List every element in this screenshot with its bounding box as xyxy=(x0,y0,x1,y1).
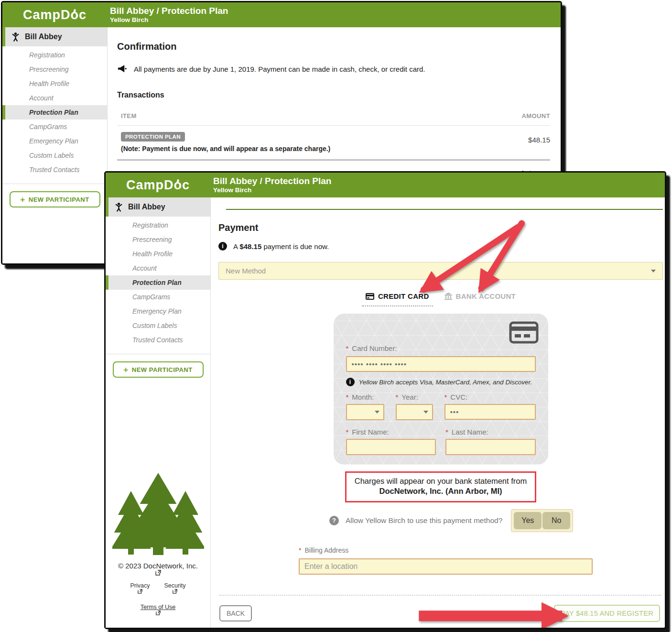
column-amount: AMOUNT xyxy=(522,112,550,120)
first-name-label: *First Name: xyxy=(346,428,436,436)
participant-header[interactable]: Bill Abbey xyxy=(106,197,210,217)
active-tab-underline xyxy=(362,305,433,306)
last-name-input[interactable] xyxy=(445,439,536,455)
last-name-label: *Last Name: xyxy=(445,428,536,436)
payment-method-tabs: CREDIT CARD BANK ACCOUNT xyxy=(218,292,663,300)
sidebar-item-health-profile[interactable]: Health Profile xyxy=(106,247,210,261)
sidebar-item-health-profile[interactable]: Health Profile xyxy=(2,76,107,91)
participant-name: Bill Abbey xyxy=(128,203,165,211)
copyright-link[interactable]: © 2023 DocNetwork, Inc. xyxy=(106,562,210,576)
sidebar: Bill Abbey Registration Prescreening Hea… xyxy=(106,197,211,628)
yes-button[interactable]: Yes xyxy=(514,512,542,529)
card-number-label: *Card Number: xyxy=(346,344,536,352)
cvc-label: *CVC: xyxy=(444,393,536,401)
info-icon: i xyxy=(346,378,355,386)
row-amount: $48.15 xyxy=(528,132,550,153)
accepted-cards-note: i Yellow Birch accepts Visa, MasterCard,… xyxy=(346,378,536,386)
sidebar: Bill Abbey Registration Prescreening Hea… xyxy=(2,27,108,263)
payment-heading: Payment xyxy=(218,222,663,233)
payment-method-select[interactable]: New Method xyxy=(218,262,663,280)
credit-card-icon xyxy=(366,293,374,300)
sidebar-item-registration[interactable]: Registration xyxy=(2,48,107,62)
chevron-down-icon xyxy=(651,270,656,272)
participant-name: Bill Abbey xyxy=(25,33,62,41)
sidebar-item-emergency-plan[interactable]: Emergency Plan xyxy=(106,304,210,318)
terms-of-use-link[interactable]: Terms of Use xyxy=(106,604,210,615)
page-subtitle: Yellow Birch xyxy=(110,16,228,24)
column-item: ITEM xyxy=(121,112,137,120)
card-number-input[interactable] xyxy=(346,356,536,372)
transactions-heading: Transactions xyxy=(117,91,550,99)
year-label: *Year: xyxy=(396,393,433,401)
page-subtitle: Yellow Birch xyxy=(213,186,331,194)
plus-icon: + xyxy=(20,196,25,204)
confirmation-heading: Confirmation xyxy=(117,41,550,52)
payment-method-value: New Method xyxy=(226,267,651,275)
allow-question: Allow Yellow Birch to use this payment m… xyxy=(346,516,502,525)
participant-header[interactable]: Bill Abbey xyxy=(2,27,107,46)
external-link-icon xyxy=(155,570,161,576)
credit-card-form-panel: *Card Number: i Yellow Birch accepts Vis… xyxy=(334,314,548,465)
campdoc-logo: CampDoc xyxy=(106,178,210,193)
megaphone-icon xyxy=(117,65,127,74)
external-link-icon xyxy=(138,589,142,594)
payment-due-notice: i A $48.15 payment is due now. xyxy=(218,242,663,251)
sidebar-item-custom-labels[interactable]: Custom Labels xyxy=(106,318,210,333)
sidebar-item-emergency-plan[interactable]: Emergency Plan xyxy=(2,134,107,148)
footer-divider xyxy=(219,595,661,596)
trees-logo xyxy=(112,473,204,555)
tab-bank-account[interactable]: BANK ACCOUNT xyxy=(444,292,516,300)
external-link-icon xyxy=(156,610,161,615)
row-note: (Note: Payment is due now, and will appe… xyxy=(121,145,330,153)
due-amount: $48.15 xyxy=(239,242,261,251)
sidebar-item-campgrams[interactable]: CampGrams xyxy=(106,290,210,304)
app-header: CampDoc Bill Abbey / Protection Plan Yel… xyxy=(2,2,561,27)
page-title: Bill Abbey / Protection Plan xyxy=(110,6,228,17)
green-divider xyxy=(226,209,663,210)
first-name-input[interactable] xyxy=(346,439,436,455)
chevron-down-icon xyxy=(423,411,428,414)
protection-plan-badge: PROTECTION PLAN xyxy=(121,132,185,142)
month-select[interactable] xyxy=(346,404,384,420)
campdoc-logo: CampDoc xyxy=(2,8,107,22)
security-link[interactable]: Security xyxy=(164,582,185,600)
sidebar-item-trusted-contacts[interactable]: Trusted Contacts xyxy=(106,333,210,347)
year-select[interactable] xyxy=(396,404,433,420)
sidebar-item-custom-labels[interactable]: Custom Labels xyxy=(2,148,107,163)
sidebar-divider xyxy=(2,184,107,184)
page-title: Bill Abbey / Protection Plan xyxy=(213,176,331,187)
sidebar-item-campgrams[interactable]: CampGrams xyxy=(2,120,107,134)
credit-card-icon xyxy=(509,321,539,344)
sidebar-footer: © 2023 DocNetwork, Inc. Privacy Security… xyxy=(106,473,210,628)
cvc-input[interactable] xyxy=(444,404,536,420)
sidebar-item-trusted-contacts[interactable]: Trusted Contacts xyxy=(2,163,107,177)
new-participant-button[interactable]: + NEW PARTICIPANT xyxy=(113,361,204,378)
no-button[interactable]: No xyxy=(542,512,570,529)
sidebar-item-prescreening[interactable]: Prescreening xyxy=(2,62,107,76)
payment-content: Payment i A $48.15 payment is due now. N… xyxy=(211,197,665,628)
bank-statement-notice: Charges will appear on your bank stateme… xyxy=(345,471,536,502)
app-header: CampDoc Bill Abbey / Protection Plan Yel… xyxy=(106,173,665,197)
payment-window: CampDoc Bill Abbey / Protection Plan Yel… xyxy=(104,171,666,629)
sidebar-item-account[interactable]: Account xyxy=(2,91,107,105)
external-link-icon xyxy=(173,589,177,594)
allow-payment-method-row: ? Allow Yellow Birch to use this payment… xyxy=(329,509,663,532)
privacy-link[interactable]: Privacy xyxy=(130,582,150,600)
sidebar-item-protection-plan[interactable]: Protection Plan xyxy=(106,275,210,290)
tab-credit-card[interactable]: CREDIT CARD xyxy=(366,292,429,300)
back-button[interactable]: BACK xyxy=(219,605,252,621)
person-icon xyxy=(11,32,20,42)
sidebar-item-prescreening[interactable]: Prescreening xyxy=(106,232,210,247)
chevron-down-icon xyxy=(375,411,379,414)
sidebar-item-account[interactable]: Account xyxy=(106,261,210,275)
table-row: PROTECTION PLAN (Note: Payment is due no… xyxy=(117,126,550,161)
sidebar-item-registration[interactable]: Registration xyxy=(106,218,210,232)
new-participant-button[interactable]: + NEW PARTICIPANT xyxy=(10,191,100,207)
question-icon: ? xyxy=(329,516,339,525)
yes-no-toggle: Yes No xyxy=(511,509,573,532)
bank-icon xyxy=(444,293,452,300)
sidebar-item-protection-plan[interactable]: Protection Plan xyxy=(2,105,107,120)
person-icon xyxy=(114,202,123,212)
billing-address-input[interactable] xyxy=(299,558,593,575)
pay-and-register-button[interactable]: PAY $48.15 AND REGISTER xyxy=(554,605,660,622)
